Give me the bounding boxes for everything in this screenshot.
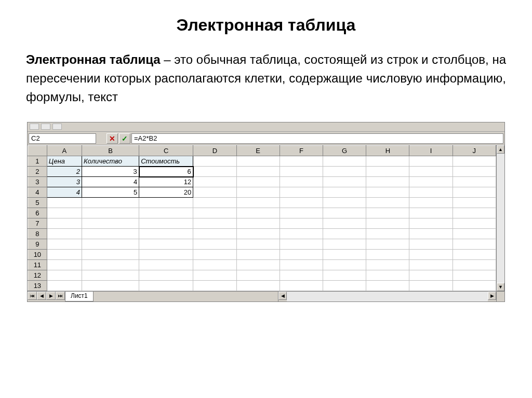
- cell[interactable]: [323, 156, 366, 167]
- cell-a4[interactable]: 4: [47, 187, 82, 198]
- scroll-left-icon[interactable]: ◀: [278, 292, 287, 300]
- scroll-right-icon[interactable]: ▶: [488, 292, 496, 300]
- cell[interactable]: [323, 260, 366, 270]
- cell[interactable]: [193, 167, 236, 177]
- cell[interactable]: [453, 260, 496, 270]
- cell[interactable]: [366, 167, 409, 177]
- cell[interactable]: [139, 198, 193, 208]
- cell[interactable]: [236, 198, 280, 208]
- cell[interactable]: [139, 260, 193, 270]
- cancel-icon[interactable]: ✕: [107, 133, 118, 144]
- cell[interactable]: [453, 198, 496, 208]
- header-price[interactable]: Цена: [47, 156, 82, 167]
- cell[interactable]: [409, 218, 453, 229]
- cell[interactable]: [82, 260, 139, 270]
- cell[interactable]: [236, 156, 280, 167]
- cell[interactable]: [409, 198, 453, 208]
- cell[interactable]: [280, 250, 323, 260]
- row-header[interactable]: 1: [28, 156, 47, 167]
- cell[interactable]: [193, 187, 236, 198]
- cell[interactable]: [366, 156, 409, 167]
- cell[interactable]: [453, 218, 496, 229]
- cell[interactable]: [47, 250, 82, 260]
- cell[interactable]: [236, 229, 280, 239]
- cell[interactable]: [366, 218, 409, 229]
- col-header-a[interactable]: A: [47, 146, 82, 156]
- cell[interactable]: [236, 270, 280, 281]
- cell[interactable]: [366, 177, 409, 187]
- cell[interactable]: [323, 167, 366, 177]
- cell[interactable]: [323, 239, 366, 250]
- cell[interactable]: [453, 281, 496, 291]
- row-header[interactable]: 9: [28, 239, 47, 250]
- sheet-tab[interactable]: Лист1: [65, 292, 94, 301]
- col-header-h[interactable]: H: [366, 146, 409, 156]
- cell[interactable]: [453, 156, 496, 167]
- cell[interactable]: [236, 260, 280, 270]
- cell[interactable]: [453, 208, 496, 218]
- cell[interactable]: [47, 270, 82, 281]
- cell[interactable]: [280, 229, 323, 239]
- scroll-up-icon[interactable]: ▲: [497, 145, 504, 154]
- cell[interactable]: [323, 177, 366, 187]
- cell[interactable]: [409, 270, 453, 281]
- cell-c3[interactable]: 12: [139, 177, 193, 187]
- cell[interactable]: [47, 208, 82, 218]
- cell[interactable]: [139, 229, 193, 239]
- cell-b4[interactable]: 5: [82, 187, 139, 198]
- row-header[interactable]: 12: [28, 270, 47, 281]
- cell[interactable]: [366, 260, 409, 270]
- cell[interactable]: [366, 187, 409, 198]
- cell-b2[interactable]: 3: [82, 167, 139, 177]
- row-header[interactable]: 11: [28, 260, 47, 270]
- cell[interactable]: [280, 177, 323, 187]
- cell[interactable]: [409, 156, 453, 167]
- cell[interactable]: [453, 167, 496, 177]
- cell[interactable]: [82, 270, 139, 281]
- cell-c2-selected[interactable]: 6: [139, 167, 193, 177]
- cell[interactable]: [193, 239, 236, 250]
- cell[interactable]: [323, 218, 366, 229]
- cell[interactable]: [193, 281, 236, 291]
- tab-prev-icon[interactable]: ◀: [37, 292, 46, 300]
- col-header-c[interactable]: C: [139, 146, 193, 156]
- col-header-d[interactable]: D: [193, 146, 236, 156]
- cell[interactable]: [409, 239, 453, 250]
- row-header[interactable]: 2: [28, 167, 47, 177]
- cell[interactable]: [323, 187, 366, 198]
- row-header[interactable]: 5: [28, 198, 47, 208]
- cell[interactable]: [453, 270, 496, 281]
- cell[interactable]: [409, 250, 453, 260]
- cell[interactable]: [236, 177, 280, 187]
- tab-first-icon[interactable]: ⏮: [28, 292, 37, 300]
- cell[interactable]: [193, 177, 236, 187]
- cell[interactable]: [323, 270, 366, 281]
- row-header[interactable]: 3: [28, 177, 47, 187]
- cell-a3[interactable]: 3: [47, 177, 82, 187]
- cell[interactable]: [139, 239, 193, 250]
- cell[interactable]: [47, 198, 82, 208]
- col-header-g[interactable]: G: [323, 146, 366, 156]
- cell[interactable]: [280, 260, 323, 270]
- cell[interactable]: [139, 208, 193, 218]
- formula-input[interactable]: [131, 133, 503, 144]
- cell[interactable]: [280, 187, 323, 198]
- cell[interactable]: [47, 218, 82, 229]
- cell[interactable]: [82, 250, 139, 260]
- tab-next-icon[interactable]: ▶: [46, 292, 56, 300]
- cell[interactable]: [82, 281, 139, 291]
- cell[interactable]: [323, 198, 366, 208]
- row-header[interactable]: 6: [28, 208, 47, 218]
- cell[interactable]: [82, 208, 139, 218]
- cell[interactable]: [409, 177, 453, 187]
- cell[interactable]: [409, 208, 453, 218]
- cell[interactable]: [236, 218, 280, 229]
- col-header-i[interactable]: I: [409, 146, 453, 156]
- vertical-scrollbar[interactable]: ▲ ▼: [496, 145, 504, 291]
- name-box[interactable]: [29, 133, 96, 144]
- cell[interactable]: [193, 218, 236, 229]
- cell[interactable]: [409, 187, 453, 198]
- row-header[interactable]: 8: [28, 229, 47, 239]
- cell[interactable]: [280, 156, 323, 167]
- row-header[interactable]: 10: [28, 250, 47, 260]
